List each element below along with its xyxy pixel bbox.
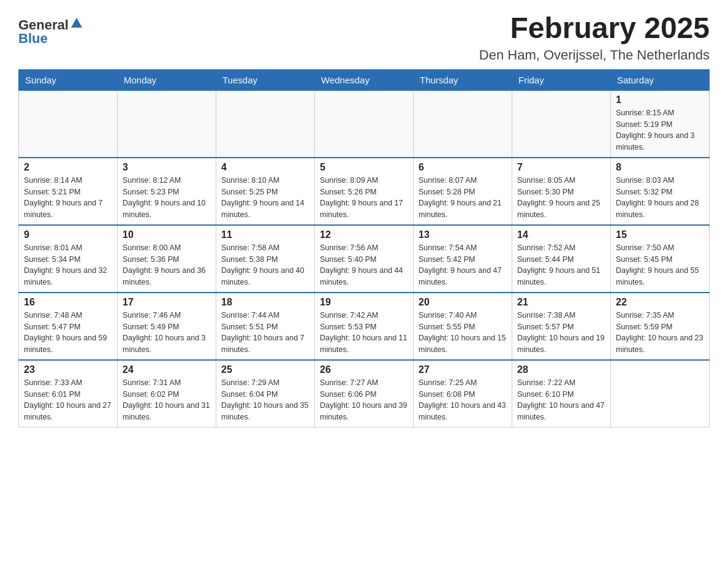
logo: General Blue bbox=[18, 12, 82, 45]
day-info: Sunrise: 7:46 AMSunset: 5:49 PMDaylight:… bbox=[123, 310, 211, 356]
table-row bbox=[19, 90, 118, 158]
day-number: 20 bbox=[419, 297, 507, 308]
page-title: February 2025 bbox=[479, 12, 710, 45]
table-row: 10Sunrise: 8:00 AMSunset: 5:36 PMDayligh… bbox=[118, 225, 216, 293]
col-wednesday: Wednesday bbox=[315, 69, 414, 90]
table-row bbox=[216, 90, 315, 158]
day-info: Sunrise: 7:48 AMSunset: 5:47 PMDaylight:… bbox=[24, 310, 112, 356]
table-row: 4Sunrise: 8:10 AMSunset: 5:25 PMDaylight… bbox=[216, 158, 315, 225]
table-row: 3Sunrise: 8:12 AMSunset: 5:23 PMDaylight… bbox=[118, 158, 216, 225]
day-info: Sunrise: 8:03 AMSunset: 5:32 PMDaylight:… bbox=[616, 175, 704, 221]
day-number: 6 bbox=[419, 162, 507, 173]
table-row: 5Sunrise: 8:09 AMSunset: 5:26 PMDaylight… bbox=[315, 158, 414, 225]
day-number: 14 bbox=[517, 229, 605, 240]
day-number: 8 bbox=[616, 162, 704, 173]
day-number: 27 bbox=[419, 364, 507, 375]
page-header: General Blue February 2025 Den Ham, Over… bbox=[18, 12, 710, 63]
col-friday: Friday bbox=[512, 69, 611, 90]
day-number: 13 bbox=[419, 229, 507, 240]
table-row: 23Sunrise: 7:33 AMSunset: 6:01 PMDayligh… bbox=[19, 360, 118, 427]
day-number: 11 bbox=[221, 229, 309, 240]
calendar-week-row: 2Sunrise: 8:14 AMSunset: 5:21 PMDaylight… bbox=[19, 158, 710, 225]
col-thursday: Thursday bbox=[414, 69, 512, 90]
day-info: Sunrise: 7:31 AMSunset: 6:02 PMDaylight:… bbox=[123, 377, 211, 423]
table-row: 25Sunrise: 7:29 AMSunset: 6:04 PMDayligh… bbox=[216, 360, 315, 427]
calendar-week-row: 23Sunrise: 7:33 AMSunset: 6:01 PMDayligh… bbox=[19, 360, 710, 427]
calendar-week-row: 9Sunrise: 8:01 AMSunset: 5:34 PMDaylight… bbox=[19, 225, 710, 293]
day-info: Sunrise: 7:54 AMSunset: 5:42 PMDaylight:… bbox=[419, 242, 507, 288]
table-row: 19Sunrise: 7:42 AMSunset: 5:53 PMDayligh… bbox=[315, 293, 414, 360]
table-row: 7Sunrise: 8:05 AMSunset: 5:30 PMDaylight… bbox=[512, 158, 611, 225]
day-info: Sunrise: 8:09 AMSunset: 5:26 PMDaylight:… bbox=[320, 175, 408, 221]
table-row: 6Sunrise: 8:07 AMSunset: 5:28 PMDaylight… bbox=[414, 158, 512, 225]
calendar-week-row: 1Sunrise: 8:15 AMSunset: 5:19 PMDaylight… bbox=[19, 90, 710, 158]
col-saturday: Saturday bbox=[611, 69, 710, 90]
table-row: 1Sunrise: 8:15 AMSunset: 5:19 PMDaylight… bbox=[611, 90, 710, 158]
table-row: 14Sunrise: 7:52 AMSunset: 5:44 PMDayligh… bbox=[512, 225, 611, 293]
table-row bbox=[512, 90, 611, 158]
day-info: Sunrise: 8:14 AMSunset: 5:21 PMDaylight:… bbox=[24, 175, 112, 221]
table-row: 22Sunrise: 7:35 AMSunset: 5:59 PMDayligh… bbox=[611, 293, 710, 360]
day-info: Sunrise: 7:27 AMSunset: 6:06 PMDaylight:… bbox=[320, 377, 408, 423]
title-block: February 2025 Den Ham, Overijssel, The N… bbox=[479, 12, 710, 63]
table-row: 2Sunrise: 8:14 AMSunset: 5:21 PMDaylight… bbox=[19, 158, 118, 225]
day-info: Sunrise: 8:15 AMSunset: 5:19 PMDaylight:… bbox=[616, 107, 704, 153]
table-row bbox=[118, 90, 216, 158]
day-number: 10 bbox=[123, 229, 211, 240]
day-info: Sunrise: 7:22 AMSunset: 6:10 PMDaylight:… bbox=[517, 377, 605, 423]
table-row bbox=[315, 90, 414, 158]
day-number: 9 bbox=[24, 229, 112, 240]
calendar-header-row: Sunday Monday Tuesday Wednesday Thursday… bbox=[19, 69, 710, 90]
day-number: 1 bbox=[616, 94, 704, 105]
table-row: 17Sunrise: 7:46 AMSunset: 5:49 PMDayligh… bbox=[118, 293, 216, 360]
table-row: 20Sunrise: 7:40 AMSunset: 5:55 PMDayligh… bbox=[414, 293, 512, 360]
table-row bbox=[611, 360, 710, 427]
logo-blue-text: Blue bbox=[18, 32, 48, 45]
calendar-week-row: 16Sunrise: 7:48 AMSunset: 5:47 PMDayligh… bbox=[19, 293, 710, 360]
day-info: Sunrise: 8:07 AMSunset: 5:28 PMDaylight:… bbox=[419, 175, 507, 221]
table-row: 28Sunrise: 7:22 AMSunset: 6:10 PMDayligh… bbox=[512, 360, 611, 427]
table-row: 18Sunrise: 7:44 AMSunset: 5:51 PMDayligh… bbox=[216, 293, 315, 360]
table-row: 11Sunrise: 7:58 AMSunset: 5:38 PMDayligh… bbox=[216, 225, 315, 293]
day-number: 19 bbox=[320, 297, 408, 308]
day-number: 17 bbox=[123, 297, 211, 308]
col-sunday: Sunday bbox=[19, 69, 118, 90]
table-row: 26Sunrise: 7:27 AMSunset: 6:06 PMDayligh… bbox=[315, 360, 414, 427]
day-number: 21 bbox=[517, 297, 605, 308]
day-number: 4 bbox=[221, 162, 309, 173]
day-info: Sunrise: 8:05 AMSunset: 5:30 PMDaylight:… bbox=[517, 175, 605, 221]
col-monday: Monday bbox=[118, 69, 216, 90]
day-number: 18 bbox=[221, 297, 309, 308]
day-number: 16 bbox=[24, 297, 112, 308]
day-info: Sunrise: 8:10 AMSunset: 5:25 PMDaylight:… bbox=[221, 175, 309, 221]
logo-general-text: General bbox=[18, 18, 69, 32]
day-number: 26 bbox=[320, 364, 408, 375]
table-row: 12Sunrise: 7:56 AMSunset: 5:40 PMDayligh… bbox=[315, 225, 414, 293]
day-info: Sunrise: 7:29 AMSunset: 6:04 PMDaylight:… bbox=[221, 377, 309, 423]
day-info: Sunrise: 7:52 AMSunset: 5:44 PMDaylight:… bbox=[517, 242, 605, 288]
table-row: 9Sunrise: 8:01 AMSunset: 5:34 PMDaylight… bbox=[19, 225, 118, 293]
day-info: Sunrise: 7:56 AMSunset: 5:40 PMDaylight:… bbox=[320, 242, 408, 288]
table-row: 16Sunrise: 7:48 AMSunset: 5:47 PMDayligh… bbox=[19, 293, 118, 360]
day-info: Sunrise: 7:44 AMSunset: 5:51 PMDaylight:… bbox=[221, 310, 309, 356]
day-info: Sunrise: 7:33 AMSunset: 6:01 PMDaylight:… bbox=[24, 377, 112, 423]
table-row: 24Sunrise: 7:31 AMSunset: 6:02 PMDayligh… bbox=[118, 360, 216, 427]
table-row: 8Sunrise: 8:03 AMSunset: 5:32 PMDaylight… bbox=[611, 158, 710, 225]
day-number: 15 bbox=[616, 229, 704, 240]
day-info: Sunrise: 7:38 AMSunset: 5:57 PMDaylight:… bbox=[517, 310, 605, 356]
table-row bbox=[414, 90, 512, 158]
table-row: 21Sunrise: 7:38 AMSunset: 5:57 PMDayligh… bbox=[512, 293, 611, 360]
day-number: 12 bbox=[320, 229, 408, 240]
day-number: 23 bbox=[24, 364, 112, 375]
day-number: 25 bbox=[221, 364, 309, 375]
table-row: 27Sunrise: 7:25 AMSunset: 6:08 PMDayligh… bbox=[414, 360, 512, 427]
day-info: Sunrise: 7:40 AMSunset: 5:55 PMDaylight:… bbox=[419, 310, 507, 356]
day-number: 5 bbox=[320, 162, 408, 173]
day-info: Sunrise: 7:58 AMSunset: 5:38 PMDaylight:… bbox=[221, 242, 309, 288]
day-info: Sunrise: 7:50 AMSunset: 5:45 PMDaylight:… bbox=[616, 242, 704, 288]
day-info: Sunrise: 7:25 AMSunset: 6:08 PMDaylight:… bbox=[419, 377, 507, 423]
day-number: 2 bbox=[24, 162, 112, 173]
day-number: 22 bbox=[616, 297, 704, 308]
calendar-table: Sunday Monday Tuesday Wednesday Thursday… bbox=[18, 69, 710, 427]
day-info: Sunrise: 7:42 AMSunset: 5:53 PMDaylight:… bbox=[320, 310, 408, 356]
